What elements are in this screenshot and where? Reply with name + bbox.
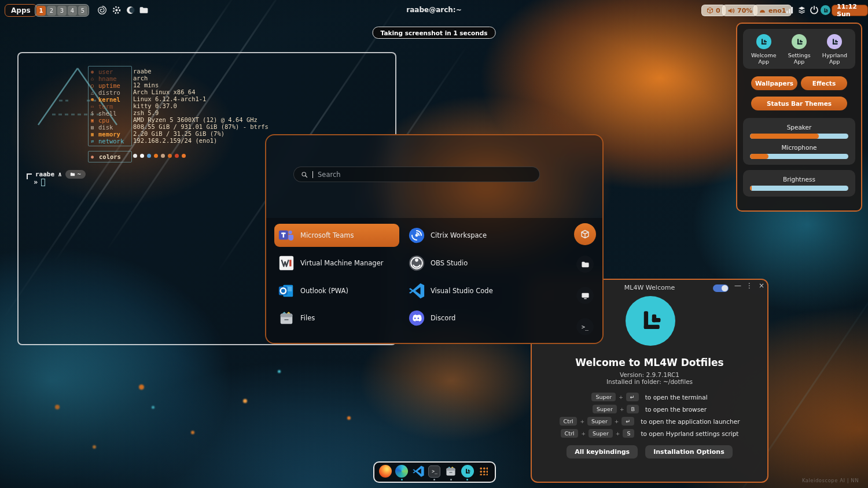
fastfetch-colors-label: ● colors: [88, 151, 132, 162]
settings-gear-icon[interactable]: [112, 5, 122, 15]
minimize-button[interactable]: —: [733, 282, 742, 290]
memory-icon: ▦: [91, 131, 97, 137]
fastfetch-color-palette: [133, 154, 186, 158]
status-bar: Apps 1 2 3 4 5 raabe@arch:~ 0 70% eno1: [0, 0, 868, 21]
folder-icon: [70, 172, 75, 177]
keybinding-row: Ctrl + Super + ↵ to open the application…: [532, 417, 767, 426]
brightness-slider[interactable]: [750, 186, 848, 191]
dock-item-app-grid[interactable]: [477, 464, 491, 480]
welcome-heading: Welcome to ML4W Dotfiles: [532, 357, 767, 368]
panel-apps-card: Welcome App Settings App Hyprland App: [743, 29, 855, 69]
power-icon[interactable]: [810, 5, 819, 14]
launcher-app-visual-studio-code[interactable]: Visual Studio Code: [404, 279, 529, 302]
launcher-app-virtual-machine-manager[interactable]: Virtual Machine Manager: [274, 252, 399, 275]
workspace-5[interactable]: 5: [78, 6, 87, 16]
outlook-icon: [278, 282, 295, 300]
files-icon: [278, 309, 295, 327]
uptime-icon: ○: [91, 83, 97, 88]
keybinding-row: Super + ↵ to open the terminal: [532, 393, 767, 401]
dock-item-edge[interactable]: [395, 464, 409, 480]
ml4w-icon[interactable]: [821, 5, 830, 15]
hyprland-app-icon: [827, 34, 842, 49]
shell-prompt-line2: »: [34, 178, 45, 186]
volume-indicator[interactable]: 70%: [722, 5, 757, 16]
night-mode-icon[interactable]: [126, 5, 135, 15]
files-icon: [444, 465, 457, 478]
keybinding-row: Super + B to open the browser: [532, 405, 767, 413]
palette-icon: ●: [91, 154, 97, 160]
hyprland-app-shortcut[interactable]: Hyprland App: [816, 34, 853, 65]
launcher-app-files[interactable]: Files: [274, 306, 399, 330]
citrix-icon: [408, 227, 425, 244]
network-if-icon: ⇄: [91, 138, 97, 144]
all-keybindings-button[interactable]: All keybindings: [567, 445, 638, 459]
launcher-app-citrix-workspace[interactable]: Citrix Workspace: [404, 224, 529, 247]
launcher-app-outlook-pwa[interactable]: Outlook (PWA): [274, 279, 399, 302]
clock[interactable]: 11:12 Sun: [832, 5, 868, 16]
dock-item-firefox[interactable]: [378, 464, 392, 480]
search-input[interactable]: Search: [293, 167, 540, 182]
folder-icon: [581, 260, 590, 269]
settings-app-shortcut[interactable]: Settings App: [782, 34, 816, 65]
run-mode-button[interactable]: >_: [576, 318, 594, 335]
close-button[interactable]: ×: [757, 282, 766, 290]
discord-icon: [408, 309, 425, 327]
dock-item-terminal[interactable]: >_: [428, 464, 442, 480]
chatgpt-icon[interactable]: [97, 5, 107, 15]
workspaces: 1 2 3 4 5: [35, 4, 89, 17]
monitor-icon: [581, 291, 590, 300]
wallpapers-button[interactable]: Wallpapers: [751, 76, 797, 90]
desktop: Kaleidoscope AI | NN Apps 1 2 3 4 5 raab…: [0, 0, 868, 488]
system-monitor-icon[interactable]: [785, 6, 794, 14]
files-mode-button[interactable]: [576, 256, 594, 273]
firefox-icon: [379, 465, 392, 478]
ml4w-logo: [626, 296, 675, 346]
prompt-path: ~: [65, 170, 86, 179]
app-grid-icon: [479, 467, 488, 475]
prompt-corner-icon: [27, 173, 32, 179]
windows-mode-button[interactable]: [576, 287, 594, 304]
terminal-cursor[interactable]: [41, 179, 45, 186]
sidebar-settings-panel: Welcome App Settings App Hyprland App Wa…: [736, 23, 862, 212]
window-toggle[interactable]: [713, 284, 729, 292]
effects-button[interactable]: Effects: [801, 76, 847, 90]
prompt-caret-icon: ∧: [58, 171, 62, 178]
installation-options-button[interactable]: Installation Options: [645, 445, 733, 459]
dock-item-files[interactable]: [444, 464, 458, 480]
toggle-knob: [722, 285, 728, 291]
workspace-3[interactable]: 3: [57, 6, 67, 16]
app-launcher: Search Microsoft Teams Citrix Workspace …: [265, 134, 604, 344]
network-icon: [759, 7, 766, 14]
text-cursor: [312, 171, 313, 178]
cpu-icon: ▣: [91, 117, 97, 123]
menu-kebab-icon[interactable]: ⋮: [745, 282, 754, 290]
shell-icon: $: [91, 110, 97, 116]
version-text: Version: 2.9.7.1RC1: [532, 371, 767, 378]
disk-icon: ▤: [91, 124, 97, 130]
launcher-app-discord[interactable]: Discord: [404, 306, 529, 330]
launcher-app-microsoft-teams[interactable]: Microsoft Teams: [274, 224, 399, 247]
package-icon: [707, 7, 713, 14]
workspace-4[interactable]: 4: [68, 6, 77, 16]
workspace-1[interactable]: 1: [36, 6, 46, 16]
dock-item-vscode[interactable]: [411, 464, 425, 480]
launcher-app-obs-studio[interactable]: OBS Studio: [404, 252, 529, 275]
terminal-prompt-icon: >_: [582, 324, 589, 330]
fastfetch-labels-box: ●user ⌂hname ○uptime △distro ⊛kernel ▭te…: [88, 66, 132, 146]
apps-button[interactable]: Apps: [5, 4, 37, 17]
file-manager-icon[interactable]: [139, 5, 149, 15]
status-bar-themes-button[interactable]: Status Bar Themes: [751, 97, 847, 110]
apps-mode-button[interactable]: [574, 223, 596, 245]
running-indicator: [466, 479, 468, 480]
workspace-2[interactable]: 2: [47, 6, 56, 16]
screenshot-notification[interactable]: Taking screenshot in 1 seconds: [373, 27, 496, 39]
ml4w-icon: [461, 465, 474, 478]
fastfetch-values: raabe arch 12 mins Arch Linux x86_64 Lin…: [133, 68, 269, 145]
speaker-icon: [727, 7, 735, 14]
welcome-app-shortcut[interactable]: Welcome App: [745, 34, 782, 65]
terminal-icon: >_: [428, 465, 440, 478]
microphone-slider[interactable]: [750, 154, 848, 159]
dock-item-ml4w[interactable]: [461, 464, 475, 480]
speaker-slider[interactable]: [750, 134, 848, 139]
layers-icon[interactable]: [797, 6, 806, 14]
